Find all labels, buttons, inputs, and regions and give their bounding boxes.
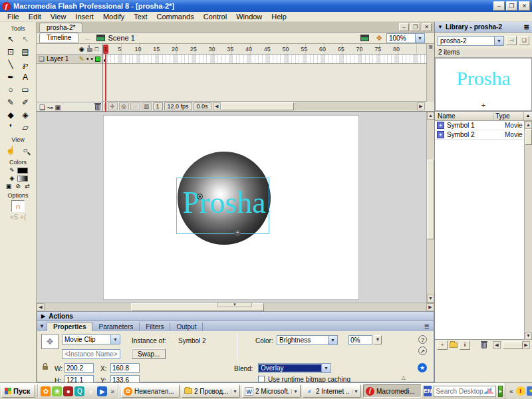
frame-rate[interactable]: 12.0 fps <box>164 102 192 110</box>
blend-select[interactable]: Overlay ▼ <box>258 363 331 373</box>
timeline-panel-tab[interactable]: Timeline <box>39 33 78 43</box>
straighten-button[interactable]: +( <box>20 213 26 221</box>
symbol-name[interactable]: Symbol 1 <box>447 122 502 129</box>
scroll-left-icon[interactable]: ◀ <box>493 341 501 349</box>
taskbar-task-group[interactable]: 2 Провод... ▼ <box>182 384 240 398</box>
timeline-hscrollbar[interactable]: ◀ ▶ <box>213 102 425 110</box>
menu-item[interactable]: File <box>3 12 24 21</box>
lasso-tool[interactable]: ℘ <box>18 59 33 71</box>
layer-outline-color[interactable] <box>95 57 100 62</box>
paint-bucket-tool[interactable]: ◈ <box>18 109 33 122</box>
chevron-down-icon[interactable]: ▼ <box>328 336 337 344</box>
hand-tool[interactable]: ☝ <box>3 144 18 157</box>
search-input[interactable] <box>436 388 483 395</box>
taskbar-task[interactable]: ✿ Нежелател... <box>121 384 180 398</box>
desktop-search-box[interactable] <box>434 386 496 397</box>
menu-item[interactable]: Help <box>267 12 291 21</box>
subselection-tool[interactable]: ↖ <box>18 33 33 46</box>
scroll-down-icon[interactable]: ▼ <box>427 295 434 303</box>
expand-icon[interactable]: ▶ <box>41 313 45 319</box>
transform-point-handle[interactable] <box>197 194 203 200</box>
quick-launch-icon[interactable]: Q <box>74 386 84 396</box>
symbol-type-select[interactable]: Movie Clip ▼ <box>62 334 120 344</box>
insert-layer-folder-button[interactable]: ▣ <box>55 104 61 111</box>
quick-launch-icon[interactable]: ✿ <box>41 386 51 396</box>
chevron-down-icon[interactable]: ▼ <box>291 389 298 394</box>
pencil-tool[interactable]: ✎ <box>3 96 18 109</box>
menu-item[interactable]: Text <box>129 12 152 21</box>
close-button[interactable]: ✕ <box>519 1 530 11</box>
ink-bottle-tool[interactable]: ◆ <box>3 109 18 122</box>
color-select[interactable]: Brightness ▼ <box>277 335 338 345</box>
panel-collapse-icon[interactable]: △ <box>402 374 406 380</box>
edit-scene-button[interactable] <box>360 35 369 41</box>
menu-item[interactable]: Commands <box>152 12 198 21</box>
layer-name[interactable]: Layer 1 <box>47 55 77 63</box>
zoom-select[interactable]: 100% ▼ <box>386 33 425 43</box>
chevron-down-icon[interactable]: ▼ <box>231 389 237 394</box>
doc-restore-button[interactable]: ❐ <box>410 23 420 31</box>
text-tool[interactable]: A <box>18 71 33 84</box>
brush-tool[interactable]: ✐ <box>18 96 33 109</box>
library-item-row[interactable]: ✦ Symbol 2 Movie C <box>435 130 532 140</box>
properties-tab[interactable]: Parameters <box>92 323 140 331</box>
chevron-down-icon[interactable]: ▼ <box>415 34 424 43</box>
menu-item[interactable]: Window <box>231 12 267 21</box>
onion-skin-outlines-button[interactable]: ◌ <box>130 102 140 110</box>
rectangle-tool[interactable]: ▭ <box>18 84 33 96</box>
column-type[interactable]: Type <box>493 112 523 120</box>
stage-vscrollbar[interactable]: ▲ ▼ <box>426 112 434 303</box>
chevron-down-icon[interactable]: ▼ <box>110 335 120 344</box>
tray-chevron-icon[interactable]: « <box>508 388 515 395</box>
quick-launch-icon[interactable]: ● <box>63 386 73 396</box>
edit-symbols-button[interactable]: ❖ <box>376 34 382 43</box>
menu-item[interactable]: View <box>46 12 71 21</box>
instance-name-field[interactable] <box>62 349 120 359</box>
timeline-ruler[interactable]: 5101520253035404550556065707580 1 <box>103 44 426 55</box>
quick-launch-icon[interactable]: e <box>86 386 96 396</box>
zoom-tool[interactable]: ○ <box>18 144 33 157</box>
new-folder-button[interactable] <box>450 342 458 348</box>
selection-rectangle[interactable] <box>176 178 269 234</box>
new-symbol-button[interactable]: + <box>437 340 448 350</box>
scroll-down-icon[interactable]: ▼ <box>525 332 532 340</box>
start-button[interactable]: Пуск <box>1 384 35 398</box>
scroll-left-icon[interactable]: ◀ <box>213 102 221 110</box>
pin-library-button[interactable]: ⊣ <box>506 36 517 45</box>
stage-collapse-handle[interactable]: ▼ <box>217 302 252 307</box>
selection-tool[interactable]: ↖ <box>3 33 18 46</box>
no-color-button[interactable]: ⊘ <box>14 183 22 190</box>
new-library-panel-button[interactable]: ❏ <box>519 36 529 45</box>
overflow-chevron-icon[interactable]: » <box>109 388 116 395</box>
snap-to-objects-button[interactable]: ∩ <box>11 200 25 212</box>
onion-skin-button[interactable]: ◎ <box>119 102 129 110</box>
scroll-right-icon[interactable]: ▶ <box>522 341 530 349</box>
delete-layer-button[interactable] <box>95 104 100 110</box>
amount-stepper-icon[interactable]: ▼ <box>374 335 382 344</box>
quick-launch-icon[interactable]: ❀ <box>52 386 62 396</box>
scroll-right-icon[interactable]: ▶ <box>417 102 425 110</box>
taskbar-task-group[interactable]: W 2 Microsoft... ▼ <box>242 384 301 398</box>
bitmap-caching-checkbox[interactable] <box>258 376 265 382</box>
eyedropper-tool[interactable]: ❜ <box>3 122 18 134</box>
menu-item[interactable]: Modify <box>98 12 129 21</box>
add-motion-guide-button[interactable]: ↝ <box>47 104 53 111</box>
timeline-scrollbar-strip[interactable]: ≣ <box>426 44 434 102</box>
outline-layers-icon[interactable]: □ <box>95 46 98 53</box>
doc-close-button[interactable]: ✕ <box>422 23 432 31</box>
swap-colors-button[interactable]: ⇄ <box>23 183 31 190</box>
doc-minimize-button[interactable]: – <box>399 23 409 31</box>
layer-lock-dot[interactable]: • <box>90 55 93 63</box>
insert-layer-button[interactable]: ❏ <box>39 104 45 111</box>
scroll-up-icon[interactable]: ▲ <box>525 121 532 129</box>
search-go-button[interactable]: ▸ <box>498 386 503 397</box>
show-hide-layers-icon[interactable]: ◉ <box>79 46 84 53</box>
taskbar-task-active[interactable]: f Macromedi... <box>363 384 422 398</box>
eraser-tool[interactable]: ▱ <box>18 122 33 134</box>
library-item-row[interactable]: ✦ Symbol 1 Movie C <box>435 121 532 130</box>
minimize-button[interactable]: – <box>493 1 505 11</box>
panel-menu-icon[interactable]: ≣ <box>424 323 430 330</box>
symbol-properties-button[interactable]: ℹ <box>460 340 470 350</box>
pen-tool[interactable]: ✒ <box>3 71 18 84</box>
library-vscrollbar[interactable]: ▲ ▼ <box>524 121 532 340</box>
